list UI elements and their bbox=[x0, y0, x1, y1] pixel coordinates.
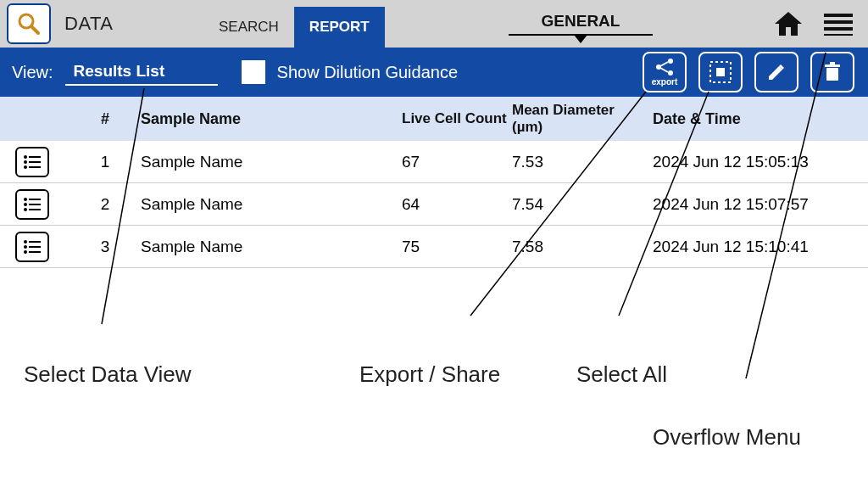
trash-icon bbox=[822, 61, 843, 83]
callout-select-view: Select Data View bbox=[24, 361, 192, 388]
svg-line-10 bbox=[660, 68, 668, 72]
cell-date: 2024 Jun 12 15:10:41 bbox=[648, 238, 868, 256]
cell-live: 67 bbox=[402, 153, 512, 171]
list-icon bbox=[23, 154, 42, 170]
svg-point-26 bbox=[24, 208, 27, 211]
svg-point-20 bbox=[24, 165, 27, 169]
blue-toolbar: View: Results List Show Dilution Guidanc… bbox=[0, 48, 868, 97]
svg-line-9 bbox=[660, 62, 668, 66]
pencil-icon bbox=[765, 61, 787, 83]
svg-rect-17 bbox=[29, 156, 41, 158]
tab-report[interactable]: REPORT bbox=[294, 7, 385, 48]
list-icon bbox=[23, 197, 42, 212]
general-dropdown[interactable]: GENERAL bbox=[509, 12, 653, 43]
search-button[interactable] bbox=[7, 3, 51, 44]
col-name-header: Sample Name bbox=[139, 110, 402, 128]
table-body: 1 Sample Name 67 7.53 2024 Jun 12 15:05:… bbox=[0, 141, 868, 268]
svg-point-28 bbox=[24, 240, 27, 244]
cell-date: 2024 Jun 12 15:07:57 bbox=[648, 195, 868, 214]
col-live-header: Live Cell Count bbox=[402, 110, 512, 127]
svg-rect-19 bbox=[29, 161, 41, 163]
cell-live: 75 bbox=[402, 238, 512, 256]
svg-point-16 bbox=[24, 155, 27, 159]
delete-button[interactable] bbox=[810, 52, 854, 92]
cell-live: 64 bbox=[402, 195, 512, 214]
callout-select-all: Select All bbox=[576, 361, 667, 388]
cell-mean: 7.53 bbox=[512, 153, 648, 171]
export-mini-label: export bbox=[652, 77, 678, 87]
svg-rect-23 bbox=[29, 199, 41, 200]
tab-search[interactable]: SEARCH bbox=[203, 7, 294, 48]
cell-name: Sample Name bbox=[139, 153, 402, 171]
caret-down-icon bbox=[574, 35, 587, 43]
hamburger-menu-icon[interactable] bbox=[824, 12, 853, 36]
page-title: DATA bbox=[64, 13, 113, 35]
svg-rect-2 bbox=[824, 14, 853, 17]
cell-mean: 7.54 bbox=[512, 195, 648, 214]
svg-point-32 bbox=[24, 250, 27, 254]
blue-actions: export bbox=[643, 52, 854, 92]
svg-rect-5 bbox=[824, 34, 853, 36]
cell-name: Sample Name bbox=[139, 195, 402, 214]
cell-num: 2 bbox=[71, 195, 139, 214]
svg-rect-4 bbox=[824, 27, 853, 31]
edit-button[interactable] bbox=[754, 52, 798, 92]
list-icon bbox=[23, 239, 42, 255]
dilution-label: Show Dilution Guidance bbox=[277, 63, 458, 82]
select-all-button[interactable] bbox=[698, 52, 743, 92]
svg-rect-14 bbox=[825, 64, 840, 67]
svg-rect-21 bbox=[29, 166, 41, 168]
svg-point-18 bbox=[24, 160, 27, 164]
svg-rect-25 bbox=[29, 204, 41, 205]
table-row[interactable]: 2 Sample Name 64 7.54 2024 Jun 12 15:07:… bbox=[0, 183, 868, 226]
svg-point-24 bbox=[24, 203, 27, 206]
col-date-header: Date & Time bbox=[648, 110, 868, 128]
cell-date: 2024 Jun 12 15:05:13 bbox=[648, 153, 868, 171]
home-icon[interactable] bbox=[773, 10, 804, 37]
dilution-checkbox[interactable] bbox=[242, 60, 265, 84]
svg-point-22 bbox=[24, 198, 27, 201]
row-details-button[interactable] bbox=[15, 147, 49, 177]
row-details-button[interactable] bbox=[15, 189, 49, 220]
view-select-value: Results List bbox=[74, 62, 165, 80]
svg-point-30 bbox=[24, 245, 27, 249]
tabs: SEARCH REPORT bbox=[203, 7, 385, 48]
svg-rect-15 bbox=[830, 62, 835, 64]
svg-rect-33 bbox=[29, 251, 41, 253]
cell-num: 1 bbox=[71, 153, 139, 171]
col-num-header: # bbox=[71, 110, 139, 128]
share-icon bbox=[654, 58, 675, 76]
export-button[interactable]: export bbox=[643, 52, 687, 92]
topbar: DATA SEARCH REPORT GENERAL bbox=[0, 0, 868, 48]
svg-rect-13 bbox=[826, 68, 838, 81]
general-label: GENERAL bbox=[542, 12, 620, 31]
svg-rect-29 bbox=[29, 241, 41, 243]
callout-export-share: Export / Share bbox=[359, 361, 500, 388]
magnifier-icon bbox=[15, 10, 42, 37]
cell-num: 3 bbox=[71, 238, 139, 256]
table-header: # Sample Name Live Cell Count Mean Diame… bbox=[0, 97, 868, 141]
callouts: Select Data View Export / Share Select A… bbox=[0, 268, 868, 504]
svg-rect-31 bbox=[29, 246, 41, 248]
cell-name: Sample Name bbox=[139, 238, 402, 256]
table-row[interactable]: 1 Sample Name 67 7.53 2024 Jun 12 15:05:… bbox=[0, 141, 868, 183]
svg-point-7 bbox=[668, 59, 673, 64]
svg-rect-27 bbox=[29, 209, 41, 210]
svg-point-8 bbox=[668, 70, 673, 76]
table-row[interactable]: 3 Sample Name 75 7.58 2024 Jun 12 15:10:… bbox=[0, 226, 868, 268]
view-label: View: bbox=[12, 63, 53, 82]
svg-rect-3 bbox=[824, 20, 853, 24]
row-details-button[interactable] bbox=[15, 232, 49, 262]
cell-mean: 7.58 bbox=[512, 238, 648, 256]
callout-overflow: Overflow Menu bbox=[653, 424, 801, 451]
top-icons bbox=[773, 10, 853, 37]
svg-rect-12 bbox=[716, 68, 725, 76]
select-all-icon bbox=[709, 60, 732, 84]
svg-line-1 bbox=[31, 26, 38, 33]
col-mean-header: Mean Diameter (µm) bbox=[512, 102, 648, 135]
view-select[interactable]: Results List bbox=[65, 59, 218, 86]
